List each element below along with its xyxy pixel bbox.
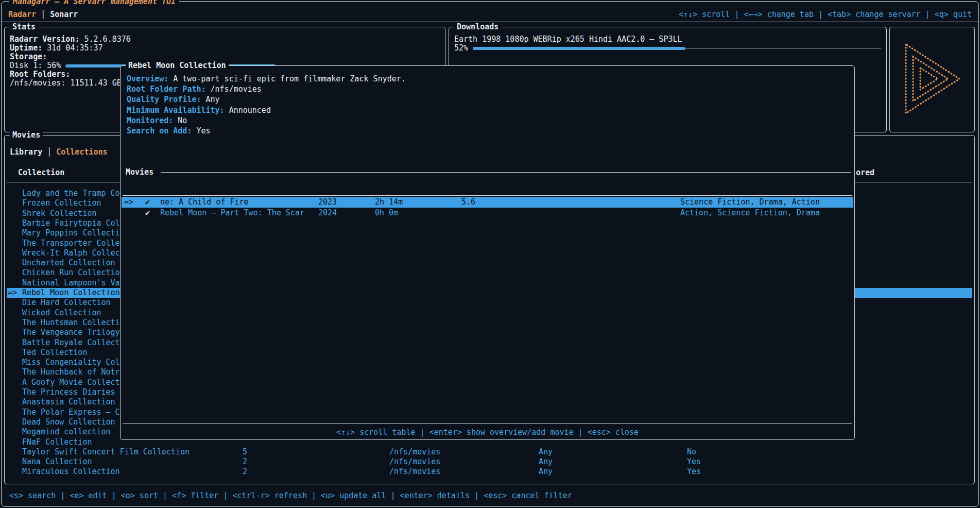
collection-quality-profile: Any <box>539 447 553 457</box>
download-progress-line: 52% <box>454 44 882 53</box>
storage-line: Storage: <box>10 53 441 61</box>
selection-arrow-icon: => <box>124 197 138 208</box>
movie-genres: Science Fiction, Drama, Action <box>680 197 820 208</box>
monitored-column-header-fragment: ored <box>856 167 874 178</box>
monitored-check-icon: ✔ <box>145 197 150 208</box>
movie-runtime: 0h 0m <box>375 208 398 218</box>
collection-name: Battle Royale Collect <box>22 338 120 348</box>
collection-column-header: Collection <box>18 167 64 178</box>
download-item-name: Earth 1998 1080p WEBRip x265 Hindi AAC2.… <box>454 35 882 44</box>
root-folder-value: /nfs/movies: 11511.43 GB <box>10 79 122 88</box>
bottom-keybindings: <s> search | <e> edit | <o> sort | <f> f… <box>9 490 572 501</box>
collection-monitored: Yes <box>687 467 701 477</box>
collection-row[interactable]: Taylor Swift Concert Film Collection5/nf… <box>7 447 972 457</box>
movie-title: ne: A Child of Fire <box>160 197 249 208</box>
version-value: 5.2.6.8376 <box>84 35 131 44</box>
collection-row[interactable]: Nana Collection2/nfs/moviesAnyYes <box>7 457 972 467</box>
collection-name: FNaF Collection <box>22 437 92 447</box>
movies-tab-separator: │ <box>47 147 51 157</box>
collection-name: Lady and the Tramp Co <box>22 189 120 198</box>
logo-panel <box>889 27 975 132</box>
collection-name: Miraculous Collection <box>22 467 120 477</box>
collection-monitored: Yes <box>687 457 701 467</box>
collection-details-popup: Rebel Moon Collection Overview:A two-par… <box>120 65 855 440</box>
progress-fill <box>473 47 685 50</box>
uptime-value: 31d 04:35:37 <box>47 44 102 53</box>
version-label: Radarr Version: <box>10 35 79 44</box>
collection-name: Rebel Moon Collection <box>22 288 120 298</box>
movie-row[interactable]: ✔Rebel Moon – Part Two: The Scar20240h 0… <box>122 208 853 218</box>
download-percent: 52% <box>454 44 468 53</box>
tab-radarr[interactable]: Radarr <box>8 9 36 20</box>
collection-name: Chicken Run Collectio <box>22 268 120 278</box>
managarr-logo-icon <box>901 40 964 120</box>
selection-arrow-icon: => <box>8 288 22 298</box>
collection-movie-count: 2 <box>243 457 247 467</box>
collection-root-folder: /nfs/movies <box>389 467 440 477</box>
movie-imdb-rating: 5.6 <box>461 197 475 208</box>
collection-name: The Vengeance Trilogy <box>22 328 120 337</box>
movie-genres: Action, Science Fiction, Drama <box>680 208 820 218</box>
downloads-panel-title: Downloads <box>454 22 501 31</box>
tab-separator: │ <box>41 9 45 20</box>
monitored-check-icon: ✔ <box>145 208 150 218</box>
movies-tabbar: Library │ Collections <box>10 147 108 157</box>
collection-monitored: No <box>687 447 696 457</box>
collection-name: Nana Collection <box>22 457 92 467</box>
tab-library[interactable]: Library <box>10 147 42 157</box>
movie-title: Rebel Moon – Part Two: The Scar <box>160 208 304 218</box>
collection-name: National Lampoon's Va <box>22 278 120 288</box>
collection-name: Miss Congeniality Col <box>22 358 120 367</box>
collection-name: Dead Snow Collection <box>22 417 115 427</box>
version-line: Radarr Version: 5.2.6.8376 <box>10 35 441 44</box>
disk-label: Disk 1: 56% <box>10 61 61 70</box>
collection-name: Barbie Fairytopia Col <box>22 218 120 228</box>
movies-panel-title: Movies <box>10 130 43 140</box>
collection-quality-profile: Any <box>539 457 553 467</box>
movie-runtime: 2h 14m <box>375 197 403 208</box>
collection-name: The Polar Express – C <box>22 408 120 417</box>
collection-name: Mary Poppins Collecti <box>22 228 120 238</box>
collection-root-folder: /nfs/movies <box>389 447 440 457</box>
movie-year: 2023 <box>318 197 337 208</box>
uptime-line: Uptime: 31d 04:35:37 <box>10 44 441 53</box>
stats-panel-title: Stats <box>10 22 38 31</box>
uptime-label: Uptime: <box>10 44 42 53</box>
popup-movies-rows: => ✔ne: A Child of Fire20232h 14m5.6Scie… <box>121 66 854 439</box>
collection-name: The Huntsman Collecti <box>22 318 120 328</box>
collection-name: The Hunchback of Notr <box>22 367 120 377</box>
collection-row[interactable]: Miraculous Collection2/nfs/moviesAnyYes <box>7 467 972 477</box>
collection-root-folder: /nfs/movies <box>389 457 440 467</box>
popup-keybindings: <↑↓> scroll table | <enter> show overvie… <box>121 427 854 437</box>
collection-name: Frozen Collection <box>22 198 101 208</box>
collection-name: Anastasia Collection <box>22 397 115 407</box>
tab-collections[interactable]: Collections <box>56 147 107 157</box>
movie-year: 2024 <box>318 208 337 218</box>
collection-name: The Princess Diaries <box>22 387 115 397</box>
collection-name: A Goofy Movie Collect <box>22 378 120 387</box>
popup-footer-divider <box>123 424 852 424</box>
collection-name: Wreck-It Ralph Collec <box>22 248 120 258</box>
collection-movie-count: 5 <box>243 447 247 457</box>
collection-name: The Transporter Colle <box>22 239 120 248</box>
app-title: Managarr – A Servarr management TUI <box>9 0 179 6</box>
download-progress-bar <box>473 47 882 50</box>
storage-label: Storage: <box>10 53 47 61</box>
tab-sonarr[interactable]: Sonarr <box>50 9 78 20</box>
collection-name: Ted Collection <box>22 348 87 358</box>
movie-row[interactable]: => ✔ne: A Child of Fire20232h 14m5.6Scie… <box>122 197 853 208</box>
collection-name: Taylor Swift Concert Film Collection <box>22 447 190 457</box>
collection-name: Uncharted Collection <box>22 258 115 268</box>
collection-name: Wicked Collection <box>22 308 101 318</box>
collection-name: Shrek Collection <box>22 209 97 218</box>
collection-name: Megamind collection <box>22 427 111 437</box>
root-folders-label: Root Folders: <box>10 70 70 79</box>
servarr-tabbar: Radarr │ Sonarr <box>8 9 78 20</box>
collection-movie-count: 2 <box>243 467 247 477</box>
top-keybindings: <↑↓> scroll | <←→> change tab | <tab> ch… <box>679 9 972 20</box>
collection-quality-profile: Any <box>539 467 553 477</box>
collection-name: Die Hard Collection <box>22 298 111 308</box>
